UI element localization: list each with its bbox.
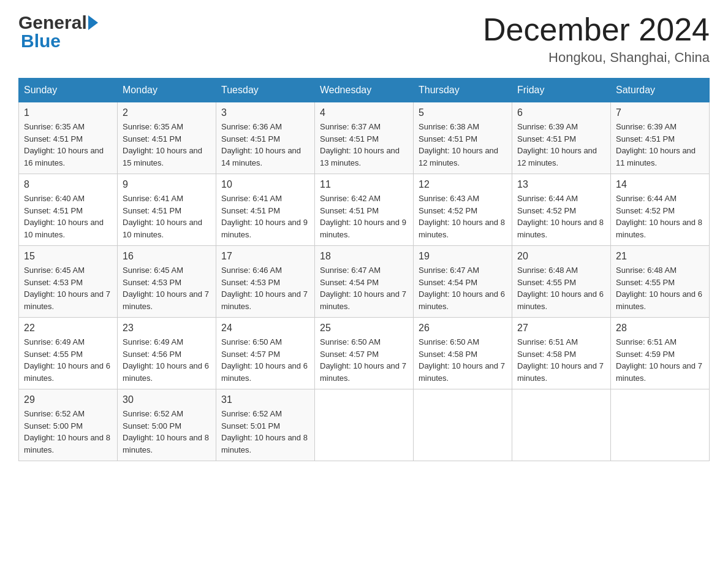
sunset-label: Sunset: 4:54 PM: [419, 278, 477, 287]
daylight-label: Daylight: 10 hours and 12 minutes.: [517, 146, 597, 167]
sunrise-label: Sunrise: 6:36 AM: [221, 122, 282, 131]
sunrise-label: Sunrise: 6:37 AM: [320, 122, 381, 131]
sunset-label: Sunset: 4:51 PM: [517, 134, 576, 144]
day-number: 18: [320, 251, 408, 262]
calendar-cell: [315, 389, 414, 461]
calendar-cell: 24 Sunrise: 6:50 AM Sunset: 4:57 PM Dayl…: [216, 318, 315, 389]
day-info: Sunrise: 6:45 AM Sunset: 4:53 PM Dayligh…: [24, 264, 112, 312]
calendar-cell: 17 Sunrise: 6:46 AM Sunset: 4:53 PM Dayl…: [216, 246, 315, 318]
daylight-label: Daylight: 10 hours and 6 minutes.: [123, 361, 209, 383]
daylight-label: Daylight: 10 hours and 10 minutes.: [123, 218, 202, 239]
day-info: Sunrise: 6:50 AM Sunset: 4:57 PM Dayligh…: [320, 336, 408, 384]
sunrise-label: Sunrise: 6:49 AM: [123, 337, 183, 347]
sunset-label: Sunset: 4:57 PM: [320, 350, 379, 359]
weekday-header-monday: Monday: [118, 79, 216, 102]
day-info: Sunrise: 6:52 AM Sunset: 5:01 PM Dayligh…: [221, 408, 309, 456]
daylight-label: Daylight: 10 hours and 9 minutes.: [221, 218, 308, 239]
daylight-label: Daylight: 10 hours and 13 minutes.: [320, 146, 400, 167]
weekday-header-saturday: Saturday: [611, 79, 710, 102]
week-row-5: 29 Sunrise: 6:52 AM Sunset: 5:00 PM Dayl…: [19, 389, 710, 461]
sunset-label: Sunset: 4:53 PM: [221, 278, 280, 287]
day-number: 13: [517, 179, 605, 190]
day-info: Sunrise: 6:49 AM Sunset: 4:56 PM Dayligh…: [123, 336, 211, 384]
week-row-3: 15 Sunrise: 6:45 AM Sunset: 4:53 PM Dayl…: [19, 246, 710, 318]
day-info: Sunrise: 6:39 AM Sunset: 4:51 PM Dayligh…: [517, 121, 605, 169]
sunrise-label: Sunrise: 6:47 AM: [320, 266, 381, 275]
sunrise-label: Sunrise: 6:39 AM: [616, 122, 677, 131]
sunset-label: Sunset: 4:52 PM: [419, 206, 477, 215]
day-number: 12: [419, 179, 507, 190]
calendar-cell: 5 Sunrise: 6:38 AM Sunset: 4:51 PM Dayli…: [414, 102, 512, 174]
week-row-2: 8 Sunrise: 6:40 AM Sunset: 4:51 PM Dayli…: [19, 174, 710, 246]
sunrise-label: Sunrise: 6:48 AM: [517, 266, 578, 275]
daylight-label: Daylight: 10 hours and 7 minutes.: [24, 289, 110, 311]
day-info: Sunrise: 6:52 AM Sunset: 5:00 PM Dayligh…: [24, 408, 112, 456]
sunset-label: Sunset: 4:52 PM: [517, 206, 576, 215]
day-info: Sunrise: 6:42 AM Sunset: 4:51 PM Dayligh…: [320, 193, 408, 240]
calendar-cell: 29 Sunrise: 6:52 AM Sunset: 5:00 PM Dayl…: [19, 389, 118, 461]
sunrise-label: Sunrise: 6:52 AM: [24, 409, 85, 418]
day-info: Sunrise: 6:51 AM Sunset: 4:58 PM Dayligh…: [517, 336, 605, 384]
sunrise-label: Sunrise: 6:45 AM: [123, 266, 183, 275]
day-info: Sunrise: 6:52 AM Sunset: 5:00 PM Dayligh…: [123, 408, 211, 456]
location-title: Hongkou, Shanghai, China: [483, 50, 710, 66]
day-number: 27: [517, 323, 605, 334]
sunset-label: Sunset: 4:51 PM: [221, 134, 280, 144]
sunrise-label: Sunrise: 6:49 AM: [24, 337, 85, 347]
calendar-cell: 14 Sunrise: 6:44 AM Sunset: 4:52 PM Dayl…: [611, 174, 710, 246]
day-number: 11: [320, 179, 408, 190]
sunset-label: Sunset: 4:55 PM: [24, 350, 83, 359]
day-info: Sunrise: 6:48 AM Sunset: 4:55 PM Dayligh…: [616, 264, 704, 312]
day-number: 4: [320, 107, 408, 118]
day-info: Sunrise: 6:38 AM Sunset: 4:51 PM Dayligh…: [419, 121, 507, 169]
sunrise-label: Sunrise: 6:39 AM: [517, 122, 578, 131]
calendar-cell: 13 Sunrise: 6:44 AM Sunset: 4:52 PM Dayl…: [512, 174, 611, 246]
day-number: 6: [517, 107, 605, 118]
calendar-cell: 21 Sunrise: 6:48 AM Sunset: 4:55 PM Dayl…: [611, 246, 710, 318]
weekday-header-sunday: Sunday: [19, 79, 118, 102]
day-number: 31: [221, 394, 309, 405]
day-info: Sunrise: 6:50 AM Sunset: 4:58 PM Dayligh…: [419, 336, 507, 384]
day-number: 30: [123, 394, 211, 405]
daylight-label: Daylight: 10 hours and 7 minutes.: [616, 361, 702, 383]
week-row-4: 22 Sunrise: 6:49 AM Sunset: 4:55 PM Dayl…: [19, 318, 710, 389]
sunrise-label: Sunrise: 6:42 AM: [320, 194, 381, 203]
day-info: Sunrise: 6:47 AM Sunset: 4:54 PM Dayligh…: [320, 264, 408, 312]
sunset-label: Sunset: 4:51 PM: [123, 134, 181, 144]
sunrise-label: Sunrise: 6:52 AM: [123, 409, 183, 418]
day-info: Sunrise: 6:46 AM Sunset: 4:53 PM Dayligh…: [221, 264, 309, 312]
day-info: Sunrise: 6:35 AM Sunset: 4:51 PM Dayligh…: [24, 121, 112, 169]
sunrise-label: Sunrise: 6:35 AM: [24, 122, 85, 131]
sunset-label: Sunset: 4:51 PM: [320, 134, 379, 144]
sunrise-label: Sunrise: 6:44 AM: [517, 194, 578, 203]
day-info: Sunrise: 6:50 AM Sunset: 4:57 PM Dayligh…: [221, 336, 309, 384]
weekday-header-friday: Friday: [512, 79, 611, 102]
sunrise-label: Sunrise: 6:46 AM: [221, 266, 282, 275]
day-info: Sunrise: 6:40 AM Sunset: 4:51 PM Dayligh…: [24, 193, 112, 240]
calendar-cell: 11 Sunrise: 6:42 AM Sunset: 4:51 PM Dayl…: [315, 174, 414, 246]
calendar-table: SundayMondayTuesdayWednesdayThursdayFrid…: [18, 78, 710, 461]
sunset-label: Sunset: 5:00 PM: [24, 421, 83, 431]
daylight-label: Daylight: 10 hours and 8 minutes.: [616, 218, 702, 239]
calendar-cell: 9 Sunrise: 6:41 AM Sunset: 4:51 PM Dayli…: [118, 174, 216, 246]
sunrise-label: Sunrise: 6:41 AM: [123, 194, 183, 203]
day-number: 16: [123, 251, 211, 262]
daylight-label: Daylight: 10 hours and 12 minutes.: [419, 146, 498, 167]
sunset-label: Sunset: 4:55 PM: [517, 278, 576, 287]
calendar-cell: 26 Sunrise: 6:50 AM Sunset: 4:58 PM Dayl…: [414, 318, 512, 389]
sunset-label: Sunset: 5:01 PM: [221, 421, 280, 431]
daylight-label: Daylight: 10 hours and 16 minutes.: [24, 146, 104, 167]
daylight-label: Daylight: 10 hours and 11 minutes.: [616, 146, 696, 167]
sunrise-label: Sunrise: 6:43 AM: [419, 194, 479, 203]
calendar-cell: 10 Sunrise: 6:41 AM Sunset: 4:51 PM Dayl…: [216, 174, 315, 246]
day-info: Sunrise: 6:39 AM Sunset: 4:51 PM Dayligh…: [616, 121, 704, 169]
day-number: 2: [123, 107, 211, 118]
sunset-label: Sunset: 4:51 PM: [24, 134, 83, 144]
day-info: Sunrise: 6:49 AM Sunset: 4:55 PM Dayligh…: [24, 336, 112, 384]
page-header: General Blue December 2024 Hongkou, Shan…: [18, 12, 710, 66]
calendar-cell: 7 Sunrise: 6:39 AM Sunset: 4:51 PM Dayli…: [611, 102, 710, 174]
sunrise-label: Sunrise: 6:45 AM: [24, 266, 85, 275]
week-row-1: 1 Sunrise: 6:35 AM Sunset: 4:51 PM Dayli…: [19, 102, 710, 174]
calendar-cell: 15 Sunrise: 6:45 AM Sunset: 4:53 PM Dayl…: [19, 246, 118, 318]
sunset-label: Sunset: 4:52 PM: [616, 206, 675, 215]
